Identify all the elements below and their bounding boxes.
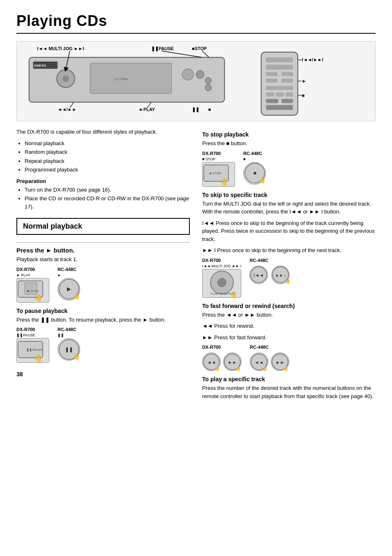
ff-dx-label: DX-R700 [202, 345, 242, 350]
svg-text:◄◄: ◄◄ [255, 359, 263, 364]
svg-text:🤚: 🤚 [73, 293, 80, 300]
svg-text:►: ► [302, 79, 307, 83]
ff-rewind-desc: ◄◄ Press for rewind. [202, 322, 376, 330]
skip-devices: DX-R700 I◄◄ MULTI JOG ►► I PUSH TO ENTER… [202, 258, 376, 298]
svg-point-8 [182, 69, 194, 80]
play-dx-sublabel: ► PLAY [16, 273, 49, 277]
pause-dx-label: DX-R700 [16, 327, 49, 332]
skip-rc-back-img: I◄◄ [249, 266, 268, 284]
svg-point-10 [205, 77, 212, 84]
svg-text:🤚: 🤚 [235, 366, 241, 371]
pause-dx-device: DX-R700 ❚❚PAUSE ❚❚PAUSE 🤚 [16, 327, 49, 363]
svg-text:🤚: 🤚 [286, 279, 290, 284]
svg-rect-26 [266, 72, 277, 76]
skip-text: Turn the MULTI JOG dial to the left or r… [202, 200, 376, 216]
preparation-heading: Preparation [16, 178, 190, 184]
skip-back-desc: I◄◄ Press once to skip to the beginning … [202, 219, 376, 243]
specific-track-text: Press the number of the desired track wi… [202, 384, 376, 400]
normal-playback-box: Normal playback [16, 218, 190, 235]
svg-text:■: ■ [208, 107, 211, 112]
svg-text:🤚: 🤚 [35, 354, 43, 362]
bullet-programmed: Programmed playback [25, 166, 190, 174]
ff-desc: ►► Press for fast forward. [202, 334, 376, 342]
svg-text:🤚: 🤚 [259, 177, 265, 184]
pause-rc-label: RC-448C [58, 327, 80, 332]
svg-point-63 [218, 278, 226, 287]
skip-dx-device: DX-R700 I◄◄ MULTI JOG ►► I PUSH TO ENTER… [202, 258, 241, 298]
svg-text:🤚: 🤚 [220, 178, 228, 185]
press-play-heading: Press the ► button. [16, 247, 190, 254]
ff-rc-rewind-img: ◄◄ 🤚 [250, 352, 268, 371]
normal-playback-heading: Normal playback [23, 222, 82, 230]
svg-rect-35 [281, 99, 293, 103]
play-rc-label: RC-448C [58, 267, 80, 272]
bullet-random: Random playback [25, 148, 190, 156]
svg-text:❚❚: ❚❚ [192, 107, 199, 112]
ff-heading: To fast forward or rewind (search) [202, 303, 376, 309]
play-rc-device: RC-448C ► ▶ 🤚 [58, 267, 80, 303]
skip-dx-img: PUSH TO ENTER 🤚 [202, 269, 241, 298]
pause-dx-img: ❚❚PAUSE 🤚 [16, 338, 49, 363]
pause-rc-img: ❚❚ 🤚 [58, 338, 80, 361]
ff-rc-label: RC-448C [250, 345, 289, 350]
svg-text:ONKYO: ONKYO [34, 64, 46, 67]
skip-rc-fwd-img: ►► I 🤚 [271, 266, 290, 284]
svg-text:🤚: 🤚 [283, 366, 289, 371]
svg-point-9 [196, 70, 204, 79]
svg-rect-31 [266, 93, 274, 97]
svg-rect-29 [281, 79, 293, 83]
svg-rect-25 [266, 65, 293, 70]
skip-dx-label: DX-R700 [202, 258, 241, 263]
svg-rect-34 [266, 99, 278, 103]
right-column: To stop playback Press the ■ button. DX-… [202, 128, 376, 403]
stop-dx-img: ■ STOP 🤚 [202, 162, 235, 187]
prep-bullet-2: Place the CD or recorded CD-R or CD-RW i… [25, 195, 190, 211]
section-rule-1 [16, 242, 190, 243]
bullet-normal: Normal playback [25, 139, 190, 148]
play-dx-img: ▶ PLAY 🤚 [16, 278, 49, 303]
stop-dx-device: DX-R700 ■ STOP ■ STOP 🤚 [202, 151, 235, 187]
svg-rect-28 [266, 79, 277, 83]
svg-line-16 [202, 51, 209, 58]
svg-rect-30 [266, 86, 293, 90]
ff-rc-btns: ◄◄ 🤚 ►► 🤚 [250, 352, 289, 371]
left-column: The DX-R700 is capable of four different… [16, 128, 190, 403]
stop-devices: DX-R700 ■ STOP ■ STOP 🤚 RC-448C ■ ■ [202, 151, 376, 187]
svg-rect-36 [266, 105, 293, 110]
stop-rc-device: RC-448C ■ ■ 🤚 [243, 151, 266, 187]
pause-devices: DX-R700 ❚❚PAUSE ❚❚PAUSE 🤚 RC-448C ❚❚ ❚❚ [16, 327, 190, 363]
playback-starts-text: Playback starts at track 1. [16, 255, 190, 264]
svg-text:🤚: 🤚 [35, 294, 43, 301]
ff-rc-ff-img: ►► 🤚 [271, 352, 289, 371]
svg-line-15 [161, 51, 202, 58]
stop-dx-label: DX-R700 [202, 151, 235, 156]
pause-heading: To pause playback [16, 308, 190, 314]
prep-bullet-1: Turn on the DX-R700 (see page 16). [25, 186, 190, 194]
stop-dx-sublabel: ■ STOP [202, 157, 235, 161]
svg-rect-32 [276, 93, 284, 97]
svg-text:■STOP: ■STOP [192, 46, 207, 51]
stop-heading: To stop playback [202, 131, 376, 138]
svg-text:I◄◄/►►I: I◄◄/►►I [302, 57, 323, 62]
svg-rect-27 [281, 72, 293, 76]
ff-dx-device: DX-R700 ◄◄ 🤚 ►► 🤚 [202, 345, 242, 371]
pause-dx-sublabel: ❚❚PAUSE [16, 333, 49, 337]
stop-text: Press the ■ button. [202, 139, 376, 148]
page-number: 38 [16, 371, 190, 378]
ff-dx-ff-img: ►► 🤚 [223, 352, 242, 371]
device-diagram: I◄◄ MULTI JOG ►►I ❚❚PAUSE ■STOP ONKYO CD… [16, 41, 376, 121]
title-divider [16, 33, 376, 34]
skip-rc-btns: I◄◄ ►► I 🤚 [249, 266, 290, 284]
ff-text: Press the ◄◄ or ►► button. [202, 311, 376, 319]
svg-point-13 [62, 75, 69, 82]
svg-text:🤚: 🤚 [214, 366, 220, 371]
svg-text:🤚: 🤚 [262, 366, 268, 371]
play-rc-img: ▶ 🤚 [58, 278, 80, 301]
intro-bullets: Normal playback Random playback Repeat p… [25, 139, 190, 174]
stop-rc-sublabel: ■ [243, 157, 266, 161]
play-dx-device: DX-R700 ► PLAY ▶ PLAY 🤚 [16, 267, 49, 303]
svg-text:🤚: 🤚 [230, 291, 238, 297]
stop-rc-label: RC-448C [243, 151, 266, 156]
pause-rc-device: RC-448C ❚❚ ❚❚ 🤚 [58, 327, 80, 363]
svg-text:I◄◄ MULTI JOG ►►I: I◄◄ MULTI JOG ►►I [37, 46, 84, 51]
